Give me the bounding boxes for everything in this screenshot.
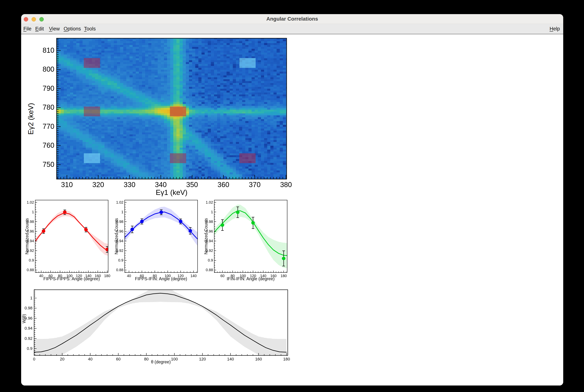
app-window: Angular Correlations File Edit View Opti… — [21, 14, 563, 386]
menu-edit[interactable]: Edit — [34, 24, 45, 34]
p3-y-axis-title: Normalized Counts — [204, 218, 209, 254]
matrix-x-axis-title: Eγ1 (keV) — [156, 188, 187, 196]
menu-view[interactable]: View — [48, 24, 60, 34]
p1-x-axis-title: FIPPS-FIPPS: Angle (degree) — [43, 276, 100, 282]
w-theta-plot[interactable] — [21, 286, 294, 364]
p1-y-axis-title: Normalized Counts — [25, 218, 30, 254]
ifin-ifin-correlation-plot[interactable] — [201, 196, 294, 280]
fipps-ifin-correlation-plot[interactable] — [112, 196, 204, 280]
p3-x-axis-title: IFIN-IFIN: Angle (degree) — [227, 276, 275, 282]
w-x-axis-title: θ (degree) — [151, 360, 171, 364]
menu-file[interactable]: File — [23, 24, 32, 34]
menu-bar: File Edit View Options Tools Help — [21, 24, 563, 34]
p2-y-axis-title: Normalized Counts — [114, 218, 119, 254]
menu-help[interactable]: Help — [549, 24, 561, 34]
gamma-gamma-matrix-heatmap[interactable] — [40, 35, 294, 196]
window-title: Angular Correlations — [21, 14, 563, 24]
menu-options[interactable]: Options — [63, 24, 82, 34]
w-y-axis-title: W(θ) — [22, 314, 27, 323]
window-content: Eγ1 (keV) Eγ2 (keV) Normalized Counts No… — [21, 34, 563, 386]
window-titlebar[interactable]: Angular Correlations — [21, 14, 563, 24]
p2-x-axis-title: FIPPS-IFIN: Angle (degree) — [135, 276, 187, 282]
fipps-fipps-correlation-plot[interactable] — [22, 196, 115, 280]
menu-tools[interactable]: Tools — [83, 24, 96, 34]
matrix-y-axis-title: Eγ2 (keV) — [27, 103, 35, 134]
